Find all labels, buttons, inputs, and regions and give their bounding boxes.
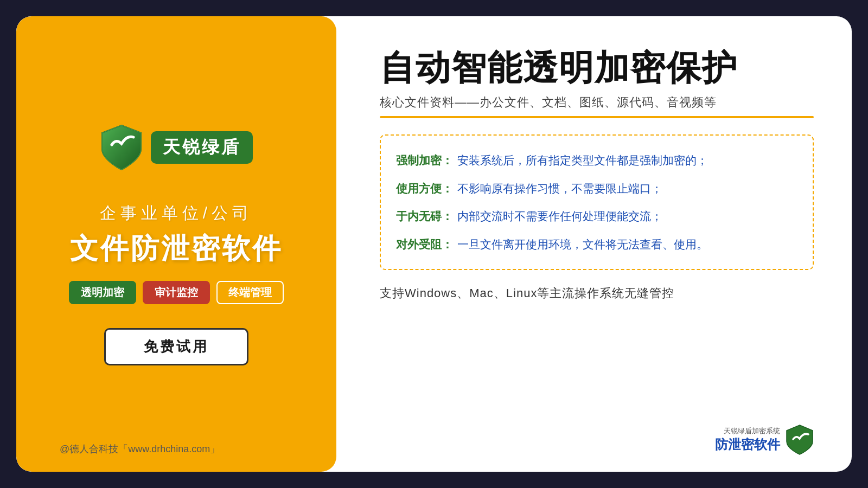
feature-label-2: 于内无碍： — [396, 208, 453, 225]
os-support: 支持Windows、Mac、Linux等主流操作系统无缝管控 — [380, 285, 814, 301]
bottom-bar: @德人合科技「www.drhchina.com」 天锐绿盾加密系统 防泄密软件 — [16, 424, 852, 455]
gold-divider — [380, 116, 814, 118]
main-title: 自动智能透明加密保护 — [380, 49, 814, 87]
feature-row-3: 对外受阻： 一旦文件离开使用环境，文件将无法查看、使用。 — [396, 230, 797, 259]
main-card: 天锐绿盾 企事业单位/公司 文件防泄密软件 透明加密 审计监控 终端管理 免费试… — [16, 16, 852, 472]
feature-tags: 透明加密 审计监控 终端管理 — [69, 281, 284, 304]
subtitle: 核心文件资料——办公文件、文档、图纸、源代码、音视频等 — [380, 94, 814, 111]
feature-label-0: 强制加密： — [396, 152, 453, 169]
feature-row-0: 强制加密： 安装系统后，所有指定类型文件都是强制加密的； — [396, 146, 797, 175]
company-type: 企事业单位/公司 — [100, 202, 253, 224]
feature-row-1: 使用方便： 不影响原有操作习惯，不需要限止端口； — [396, 175, 797, 203]
logo-area: 天锐绿盾 — [100, 123, 253, 176]
right-content: 自动智能透明加密保护 核心文件资料——办公文件、文档、图纸、源代码、音视频等 强… — [380, 49, 814, 307]
shield-logo: 天锐绿盾 — [100, 123, 253, 172]
feature-desc-0: 安装系统后，所有指定类型文件都是强制加密的； — [457, 152, 708, 169]
feature-row-2: 于内无碍： 内部交流时不需要作任何处理便能交流； — [396, 202, 797, 230]
feature-label-3: 对外受阻： — [396, 236, 453, 253]
feature-desc-1: 不影响原有操作习惯，不需要限止端口； — [457, 180, 662, 197]
trial-button[interactable]: 免费试用 — [104, 328, 248, 365]
left-panel: 天锐绿盾 企事业单位/公司 文件防泄密软件 透明加密 审计监控 终端管理 免费试… — [16, 16, 336, 472]
product-name: 文件防泄密软件 — [70, 230, 283, 268]
feature-desc-2: 内部交流时不需要作任何处理便能交流； — [457, 208, 662, 225]
tag-transparent: 透明加密 — [69, 281, 136, 304]
tag-audit: 审计监控 — [143, 281, 210, 304]
features-box: 强制加密： 安装系统后，所有指定类型文件都是强制加密的； 使用方便： 不影响原有… — [380, 134, 814, 270]
tag-terminal: 终端管理 — [216, 281, 284, 304]
footer-brand: 天锐绿盾加密系统 防泄密软件 — [715, 424, 814, 455]
brand-badge: 天锐绿盾 — [151, 131, 253, 164]
shield-icon — [100, 123, 143, 172]
right-panel: 自动智能透明加密保护 核心文件资料——办公文件、文档、图纸、源代码、音视频等 强… — [336, 16, 852, 472]
footer-shield-icon — [786, 424, 814, 455]
feature-desc-3: 一旦文件离开使用环境，文件将无法查看、使用。 — [457, 236, 708, 253]
footer-brand-sub: 天锐绿盾加密系统 — [715, 426, 780, 436]
footer-left-text: @德人合科技「www.drhchina.com」 — [60, 442, 220, 455]
feature-label-1: 使用方便： — [396, 180, 453, 197]
footer-brand-name: 防泄密软件 — [715, 436, 780, 453]
footer-brand-text: 天锐绿盾加密系统 防泄密软件 — [715, 426, 780, 453]
